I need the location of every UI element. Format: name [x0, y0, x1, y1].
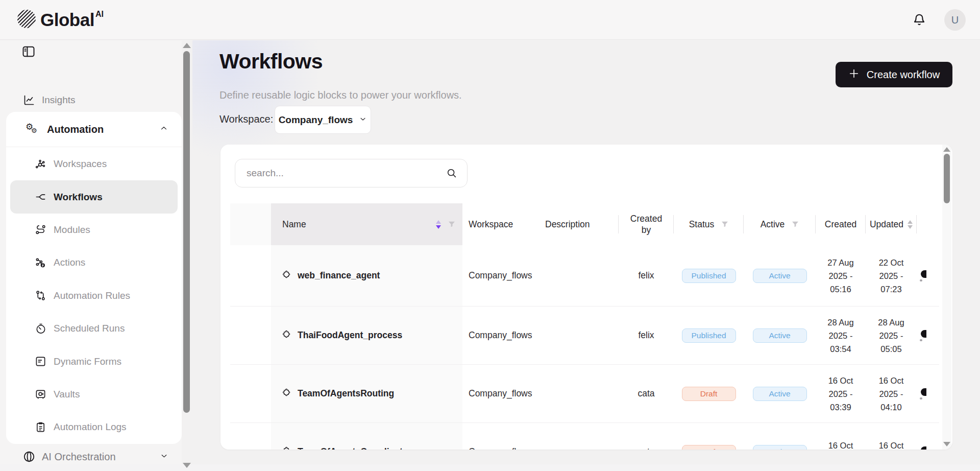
row-workspace-cell: Company_flows	[462, 245, 539, 306]
row-lead-cell	[230, 307, 271, 364]
sort-name-icon[interactable]	[436, 220, 441, 229]
chevron-up-icon[interactable]	[159, 124, 168, 135]
row-description-cell	[539, 307, 619, 364]
row-created-cell: 16 Oct 2025 - 03:39	[816, 365, 866, 422]
sidebar-item-vaults[interactable]: Vaults	[6, 378, 182, 411]
row-updated-cell: 22 Oct 2025 - 07:23	[866, 245, 917, 306]
row-name-cell[interactable]: web_finance_agent	[271, 245, 462, 306]
sidebar-item-label: Actions	[54, 257, 85, 268]
header-cell-active[interactable]: Active	[744, 203, 816, 245]
filter-active-icon[interactable]	[792, 221, 799, 227]
table-body: web_finance_agent Company_flows felix Pu…	[230, 245, 939, 450]
sidebar-group-automation[interactable]: ⚙⚙ Automation	[6, 112, 182, 147]
insights-chart-icon	[22, 93, 36, 107]
workspace-select[interactable]: Company_flows	[275, 106, 371, 134]
row-active-cell: Active	[744, 423, 816, 450]
header-cell-status[interactable]: Status	[674, 203, 744, 245]
sidebar-item-insights[interactable]: Insights	[0, 84, 182, 116]
header-cell-workspace[interactable]: Workspace	[462, 203, 539, 245]
row-description-cell	[539, 365, 619, 422]
create-workflow-label: Create workflow	[867, 69, 940, 81]
notifications-bell-icon[interactable]	[912, 12, 927, 28]
brand-mark-icon	[17, 9, 36, 31]
puzzle-icon	[282, 270, 292, 282]
sidebar-item-actions[interactable]: Actions	[6, 246, 182, 279]
row-action-icon-partial[interactable]	[921, 330, 926, 338]
column-label: Updated	[870, 219, 903, 230]
header-cell-created-by[interactable]: Created by	[619, 203, 674, 245]
row-name-cell[interactable]: TeamOfAgentsRouting	[271, 365, 462, 422]
main-content: Workflows Define reusable logic blocks t…	[192, 40, 980, 471]
row-actions-cell[interactable]	[917, 365, 939, 422]
row-actions-cell[interactable]	[917, 245, 939, 306]
column-label: Status	[689, 219, 715, 230]
row-action-icon-partial[interactable]	[921, 388, 926, 396]
sidebar-item-label: Automation Rules	[54, 290, 130, 301]
row-action-icon-partial[interactable]	[921, 270, 926, 278]
column-label: Description	[545, 219, 590, 230]
sidebar-scroll-down-arrow[interactable]	[183, 463, 191, 468]
table-row[interactable]: TeamOfAgentsRouting Company_flows cata D…	[230, 365, 939, 423]
column-label: Active	[761, 219, 785, 230]
header-cell-name[interactable]: Name	[271, 203, 462, 245]
brand-suffix: AI	[95, 10, 104, 19]
table-row[interactable]: web_finance_agent Company_flows felix Pu…	[230, 245, 939, 307]
row-name-cell[interactable]: ThaiFoodAgent_process	[271, 307, 462, 364]
row-created-by-cell: cata	[619, 423, 674, 450]
row-updated-cell: 16 Oct 2025 -	[866, 423, 917, 450]
search-icon[interactable]	[446, 168, 457, 179]
header-cell-actions	[917, 203, 939, 245]
sidebar-item-automation-rules[interactable]: Automation Rules	[6, 279, 182, 312]
sidebar-scroll-up-arrow[interactable]	[183, 43, 191, 48]
create-workflow-button[interactable]: Create workflow	[836, 62, 952, 87]
user-avatar[interactable]: U	[944, 9, 966, 31]
active-badge: Active	[753, 445, 807, 450]
row-active-cell: Active	[744, 307, 816, 364]
row-actions-cell[interactable]	[917, 307, 939, 364]
row-active-cell: Active	[744, 245, 816, 306]
sidebar-toggle-icon[interactable]	[21, 44, 36, 59]
sidebar-item-workspaces[interactable]: Workspaces	[6, 148, 182, 180]
sidebar-item-modules[interactable]: Modules	[6, 214, 182, 246]
chevron-down-icon	[359, 115, 367, 125]
sidebar-item-label: Scheduled Runs	[54, 323, 125, 334]
sidebar: Insights ⚙⚙ Automation Workspaces	[0, 40, 182, 471]
workflow-name: ThaiFoodAgent_process	[298, 330, 402, 341]
row-actions-cell[interactable]	[917, 423, 939, 450]
sidebar-scrollbar-thumb[interactable]	[183, 51, 190, 413]
row-action-icon-partial[interactable]	[921, 446, 926, 450]
sidebar-item-automation-logs[interactable]: Automation Logs	[6, 411, 182, 443]
header-cell-description[interactable]: Description	[539, 203, 619, 245]
timer-icon	[35, 323, 46, 335]
workflow-name: TeamOfAgentsCoordinate	[298, 446, 408, 450]
filter-status-icon[interactable]	[721, 221, 728, 227]
filter-name-icon[interactable]	[448, 221, 455, 227]
sidebar-item-workflows[interactable]: Workflows	[10, 180, 178, 213]
status-badge: Draft	[682, 387, 736, 401]
column-label: Name	[282, 219, 306, 230]
table-row[interactable]: ThaiFoodAgent_process Company_flows feli…	[230, 307, 939, 365]
table-scroll-down-arrow[interactable]	[943, 442, 950, 446]
row-status-cell: Draft	[674, 423, 744, 450]
puzzle-icon	[282, 329, 292, 342]
page-subtitle: Define reusable logic blocks to power yo…	[219, 89, 462, 101]
row-active-cell: Active	[744, 365, 816, 422]
actions-bolt-icon	[35, 257, 46, 269]
sidebar-item-dynamic-forms[interactable]: Dynamic Forms	[6, 345, 182, 378]
horizontal-scrollbar-track[interactable]	[0, 464, 980, 471]
row-name-cell[interactable]: TeamOfAgentsCoordinate	[271, 423, 462, 450]
header-cell-updated[interactable]: Updated	[866, 203, 917, 245]
table-row[interactable]: TeamOfAgentsCoordinate Company_flows cat…	[230, 423, 939, 450]
sidebar-item-label: Dynamic Forms	[54, 356, 121, 367]
table-header: Name Workspace Description Created by St…	[230, 203, 939, 245]
row-lead-cell	[230, 245, 271, 306]
chevron-down-icon[interactable]	[160, 452, 168, 462]
header-cell-created[interactable]: Created	[816, 203, 866, 245]
sort-updated-icon[interactable]	[908, 220, 913, 229]
table-scrollbar-thumb[interactable]	[944, 154, 950, 203]
column-label: Workspace	[469, 219, 513, 230]
search-input[interactable]	[235, 159, 468, 187]
sidebar-item-scheduled-runs[interactable]: Scheduled Runs	[6, 312, 182, 345]
brand-logo[interactable]: Global AI	[17, 9, 104, 31]
table-scroll-up-arrow[interactable]	[943, 147, 950, 152]
